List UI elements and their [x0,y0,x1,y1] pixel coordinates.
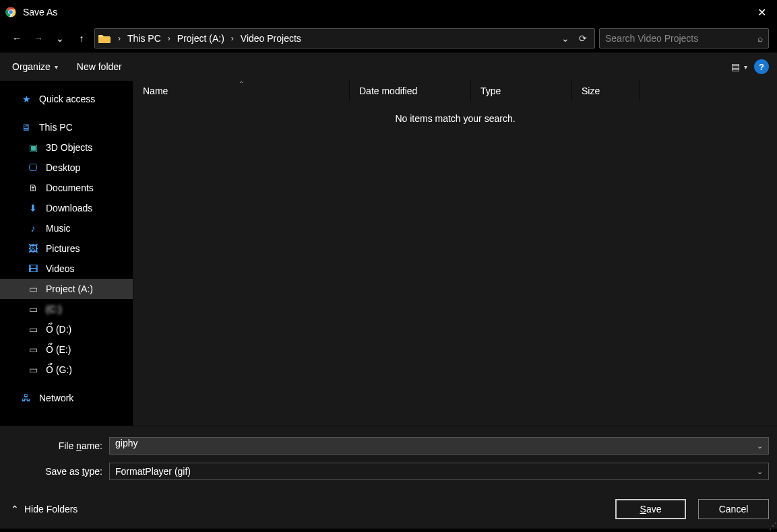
chevron-up-icon: ⌃ [11,504,19,514]
chevron-right-icon: › [226,34,239,43]
chevron-down-icon[interactable]: ⌄ [757,467,763,476]
sidebar-downloads[interactable]: ⬇ Downloads [0,198,133,218]
sidebar-item-label: Documents [46,182,94,193]
sidebar-item-label: Pictures [46,243,80,254]
arrow-right-icon: → [34,33,43,44]
sidebar-music[interactable]: ♪ Music [0,218,133,238]
main-area: ★ Quick access 🖥 This PC ▣ 3D Objects 🖵 … [0,81,777,426]
address-bar[interactable]: › This PC › Project (A:) › Video Project… [94,28,595,48]
caret-down-icon: ▾ [744,63,747,71]
window-title: Save As [23,7,57,18]
sidebar-drive-d[interactable]: ▭ Ổ (D:) [0,319,133,339]
chevron-down-icon: ⌄ [56,33,64,44]
recent-locations-button[interactable]: ⌄ [51,28,69,49]
sidebar-item-label: Videos [46,263,75,274]
filename-input[interactable]: giphy ⌄ [109,437,769,455]
sidebar-item-label: Quick access [39,94,95,104]
cancel-button[interactable]: Cancel [698,499,769,519]
resize-grip[interactable]: ⋰ [769,521,776,531]
filename-value: giphy [115,438,137,448]
network-icon: 🖧 [20,393,32,403]
close-button[interactable]: ✕ [746,0,777,24]
sidebar-pictures[interactable]: 🖼 Pictures [0,238,133,259]
chevron-right-icon: › [162,34,176,43]
document-icon: 🗎 [27,182,39,193]
drive-icon: ▭ [27,284,39,294]
forward-button[interactable]: → [30,28,47,49]
search-input[interactable] [605,33,757,44]
sidebar-drive-g[interactable]: ▭ Ổ (G:) [0,360,133,380]
sidebar-documents[interactable]: 🗎 Documents [0,178,133,198]
music-icon: ♪ [27,223,39,234]
arrow-left-icon: ← [12,33,22,44]
search-icon: ⌕ [757,33,763,44]
column-header-type[interactable]: Type [471,81,572,101]
sidebar-item-label: (C:) [46,304,61,314]
search-box[interactable]: ⌕ [599,28,769,48]
star-icon: ★ [20,94,32,104]
sidebar-quick-access[interactable]: ★ Quick access [0,89,133,109]
organize-label: Organize [12,61,51,72]
toolbar: Organize ▾ New folder ▤ ▾ ? [0,53,777,81]
back-button[interactable]: ← [8,28,26,49]
column-header-size[interactable]: Size [572,81,640,101]
sidebar-item-label: Ổ (E:) [46,344,71,355]
titlebar: Save As ✕ [0,0,777,24]
column-header-name[interactable]: ⌃ Name [133,81,350,101]
desktop-icon: 🖵 [27,162,39,173]
chevron-right-icon: › [113,34,126,43]
view-options-button[interactable]: ▤ ▾ [731,61,747,72]
address-history-button[interactable]: ⌄ [558,33,573,44]
column-label: Name [143,86,168,96]
save-button[interactable]: Save [615,499,686,519]
folder-icon [98,32,111,45]
sidebar-drive-c[interactable]: ▭ (C:) [0,299,133,319]
breadcrumb-video-projects[interactable]: Video Projects [239,33,303,44]
sidebar-project-a[interactable]: ▭ Project (A:) [0,279,133,299]
up-button[interactable]: ↑ [73,28,90,49]
bottom-panel: File name: giphy ⌄ Save as type: FormatP… [0,426,777,529]
help-icon: ? [759,62,764,72]
filename-label: File name: [8,440,109,451]
column-header-date[interactable]: Date modified [350,81,471,101]
file-list-pane: ⌃ Name Date modified Type Size No items … [133,81,777,426]
sidebar-this-pc[interactable]: 🖥 This PC [0,117,133,137]
sidebar-item-label: Ổ (G:) [46,364,72,375]
arrow-up-icon: ↑ [80,33,84,44]
sort-asc-icon: ⌃ [239,80,244,88]
sidebar-drive-e[interactable]: ▭ Ổ (E:) [0,339,133,360]
sidebar: ★ Quick access 🖥 This PC ▣ 3D Objects 🖵 … [0,81,133,426]
sidebar-videos[interactable]: 🎞 Videos [0,259,133,279]
organize-button[interactable]: Organize ▾ [12,61,58,72]
column-label: Size [582,86,600,96]
chevron-down-icon[interactable]: ⌄ [757,442,763,451]
sidebar-3d-objects[interactable]: ▣ 3D Objects [0,137,133,158]
drive-icon: ▭ [27,304,39,314]
column-headers: ⌃ Name Date modified Type Size [133,81,777,101]
download-icon: ⬇ [27,203,39,213]
savetype-value: FormatPlayer (gif) [115,466,191,477]
app-icon [5,7,16,18]
sidebar-item-label: Music [46,223,71,234]
new-folder-button[interactable]: New folder [77,61,122,72]
sidebar-item-label: Project (A:) [46,284,93,294]
nav-row: ← → ⌄ ↑ › This PC › Project (A:) › Video… [0,24,777,53]
drive-icon: ▭ [27,364,39,375]
sidebar-item-label: Network [39,393,73,403]
sidebar-desktop[interactable]: 🖵 Desktop [0,158,133,178]
sidebar-network[interactable]: 🖧 Network [0,388,133,408]
savetype-select[interactable]: FormatPlayer (gif) ⌄ [109,463,769,480]
help-button[interactable]: ? [754,59,769,74]
breadcrumb-this-pc[interactable]: This PC [126,33,162,44]
hide-folders-button[interactable]: ⌃ Hide Folders [11,504,77,514]
refresh-button[interactable]: ⟳ [576,33,590,44]
breadcrumb-project-a[interactable]: Project (A:) [176,33,226,44]
picture-icon: 🖼 [27,243,39,254]
monitor-icon: 🖥 [20,122,32,133]
sidebar-item-label: Downloads [46,203,92,213]
column-label: Date modified [359,86,417,96]
sidebar-item-label: This PC [39,122,73,133]
close-icon: ✕ [757,6,766,19]
sidebar-item-label: 3D Objects [46,142,92,153]
sidebar-item-label: Desktop [46,162,80,173]
